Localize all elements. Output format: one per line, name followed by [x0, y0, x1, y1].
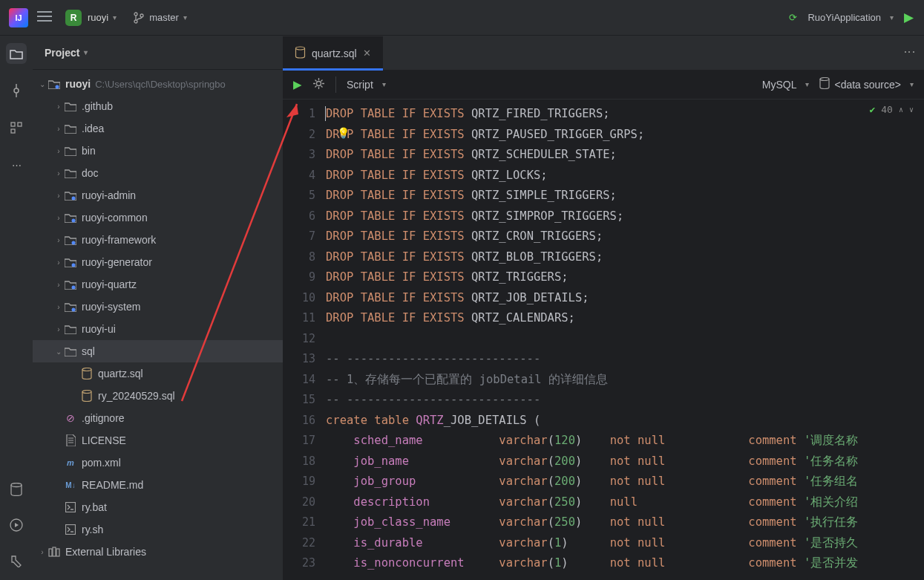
svg-point-0: [134, 13, 137, 16]
svg-rect-19: [66, 525, 76, 535]
chevron-down-icon: ▾: [84, 48, 88, 56]
svg-rect-21: [53, 547, 56, 556]
svg-point-15: [72, 307, 76, 311]
tree-item--idea[interactable]: ›.idea: [33, 117, 283, 140]
chevron-down-icon: ∨: [909, 105, 914, 114]
title-bar: IJ R ruoyi ▾ master ▾ ⟳ RuoYiApplication…: [0, 0, 924, 36]
code-content[interactable]: DROP TABLE IF EXISTS QRTZ_FIRED_TRIGGERS…: [326, 100, 924, 580]
editor-area: quartz.sql ✕ ⋮ ▶ Script ▾ MySQL ▾ <data …: [283, 36, 924, 580]
branch-name: master: [149, 12, 179, 23]
chevron-down-icon: ▾: [910, 80, 914, 88]
tree-item-ruoyi-ui[interactable]: ›ruoyi-ui: [33, 318, 283, 340]
tree-item-ruoyi-common[interactable]: ›ruoyi-common: [33, 206, 283, 229]
datasource-dropdown[interactable]: <data source> ▾: [819, 77, 914, 91]
tree-item-ruoyi-generator[interactable]: ›ruoyi-generator: [33, 251, 283, 273]
database-icon: [819, 77, 830, 91]
ide-logo: IJ: [9, 8, 28, 27]
svg-point-10: [72, 196, 76, 200]
tree-item-ruoyi-framework[interactable]: ›ruoyi-framework: [33, 229, 283, 251]
intention-bulb-icon[interactable]: 💡: [337, 127, 350, 139]
svg-point-9: [56, 85, 59, 88]
sql-toolbar: ▶ Script ▾ MySQL ▾ <data source> ▾: [283, 70, 924, 100]
tab-quartz-sql[interactable]: quartz.sql ✕: [283, 36, 383, 70]
tree-item-ry-bat[interactable]: ry.bat: [33, 496, 283, 518]
svg-point-16: [82, 368, 91, 371]
more-tool-button[interactable]: ⋯: [6, 154, 27, 175]
svg-rect-20: [49, 549, 52, 556]
commit-tool-button[interactable]: [6, 80, 27, 101]
project-panel: Project ▾ ⌄ruoyiC:\Users\qcl\Desktop\spr…: [33, 36, 283, 580]
tree-item-license[interactable]: LICENSE: [33, 429, 283, 452]
inspection-widget[interactable]: ✔ 40 ∧ ∨: [869, 104, 914, 115]
project-panel-title: Project: [45, 47, 79, 59]
left-tool-strip: ⋯: [0, 36, 33, 580]
svg-rect-6: [11, 129, 15, 133]
tab-options-button[interactable]: ⋮: [902, 46, 917, 58]
chevron-down-icon: ▾: [183, 13, 187, 22]
tab-label: quartz.sql: [312, 48, 357, 59]
check-icon: ✔: [869, 104, 875, 115]
problem-count: 40: [881, 104, 893, 115]
chevron-down-icon: ▾: [805, 80, 809, 88]
vcs-branch-widget[interactable]: master ▾: [133, 12, 187, 24]
settings-button[interactable]: [312, 77, 325, 92]
svg-point-3: [14, 88, 19, 93]
svg-rect-4: [11, 123, 15, 126]
services-tool-button[interactable]: [6, 515, 27, 535]
structure-tool-button[interactable]: [6, 117, 27, 138]
text-caret: [325, 106, 326, 121]
svg-point-24: [317, 81, 321, 85]
code-editor[interactable]: 1234567891011121314151617181920212223 DR…: [283, 100, 924, 580]
tree-item-ruoyi-quartz[interactable]: ›ruoyi-quartz: [33, 273, 283, 296]
project-tree[interactable]: ⌄ruoyiC:\Users\qcl\Desktop\springbo›.git…: [33, 70, 283, 580]
build-tool-button[interactable]: [6, 550, 27, 571]
chevron-down-icon: ▾: [890, 13, 894, 22]
tree-item-readme-md[interactable]: M↓README.md: [33, 474, 283, 496]
tree-item-sql[interactable]: ⌄sql: [33, 340, 283, 362]
chevron-down-icon: ▾: [382, 80, 386, 88]
svg-point-14: [72, 285, 76, 289]
tree-root[interactable]: ⌄ruoyiC:\Users\qcl\Desktop\springbo: [33, 73, 283, 95]
editor-tabs: quartz.sql ✕ ⋮: [283, 36, 924, 70]
close-tab-button[interactable]: ✕: [363, 48, 371, 59]
tree-item--gitignore[interactable]: ⊘.gitignore: [33, 407, 283, 429]
tree-item-ry-sh[interactable]: ry.sh: [33, 518, 283, 541]
tree-item-doc[interactable]: ›doc: [33, 162, 283, 184]
tree-item--github[interactable]: ›.github: [33, 95, 283, 117]
run-button[interactable]: ▶: [904, 10, 914, 25]
project-panel-header[interactable]: Project ▾: [33, 36, 283, 70]
svg-rect-18: [66, 503, 76, 512]
tree-item-ruoyi-admin[interactable]: ›ruoyi-admin: [33, 184, 283, 206]
svg-point-1: [134, 20, 137, 23]
tree-item-quartz-sql[interactable]: quartz.sql: [33, 362, 283, 385]
tree-item-ry-20240529-sql[interactable]: ry_20240529.sql: [33, 385, 283, 407]
svg-point-25: [820, 78, 829, 81]
tree-external-libraries[interactable]: ›External Libraries: [33, 541, 283, 563]
tree-item-ruoyi-system[interactable]: ›ruoyi-system: [33, 296, 283, 318]
svg-point-7: [11, 483, 22, 487]
tree-item-pom-xml[interactable]: mpom.xml: [33, 452, 283, 474]
svg-point-17: [82, 391, 91, 394]
svg-rect-5: [18, 123, 22, 126]
execute-button[interactable]: ▶: [293, 78, 302, 91]
svg-point-23: [296, 47, 305, 50]
chevron-down-icon: ▾: [113, 13, 117, 22]
line-gutter: 1234567891011121314151617181920212223: [283, 100, 326, 580]
sql-file-icon: [295, 46, 306, 61]
project-name[interactable]: ruoyi: [88, 12, 108, 23]
main-menu-button[interactable]: [37, 11, 52, 24]
svg-point-13: [72, 263, 76, 267]
script-mode-dropdown[interactable]: Script ▾: [347, 79, 386, 91]
chevron-up-icon: ∧: [899, 105, 903, 114]
dialect-dropdown[interactable]: MySQL ▾: [762, 79, 810, 91]
svg-point-11: [72, 218, 76, 222]
build-icon[interactable]: ⟳: [789, 12, 797, 23]
tree-item-bin[interactable]: ›bin: [33, 140, 283, 162]
svg-point-12: [72, 241, 76, 244]
svg-point-2: [140, 14, 143, 17]
project-tool-button[interactable]: [6, 43, 27, 64]
run-config-selector[interactable]: RuoYiApplication ▾: [807, 12, 894, 23]
svg-rect-22: [56, 549, 59, 556]
project-badge: R: [65, 10, 82, 26]
database-tool-button[interactable]: [6, 479, 27, 500]
